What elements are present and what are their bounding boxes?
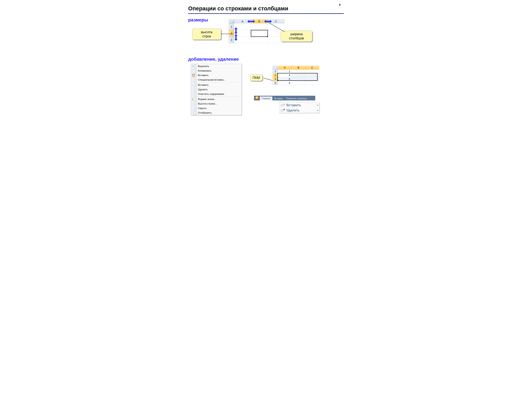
menu-item-delete[interactable]: Удалить (191, 87, 241, 92)
row-header-1[interactable]: 1 (229, 23, 234, 30)
row-header-3[interactable]: 3 (229, 37, 234, 43)
office-button-icon[interactable] (255, 96, 259, 100)
menu-item-cut[interactable]: Вырезать (191, 64, 241, 69)
menu-separator (197, 82, 241, 82)
col-resize-arrow-icon (264, 20, 272, 23)
cells-group: Вставить ▾ Удалить ▾ (279, 102, 319, 113)
selectall-corner[interactable] (229, 19, 234, 23)
cell[interactable] (251, 37, 268, 43)
callout-line: строк (202, 34, 211, 38)
cell[interactable] (292, 70, 305, 73)
selectall-corner[interactable] (273, 66, 278, 70)
excel-grid-selection: A B C 1 1 2 4 3 5 (273, 66, 319, 85)
cut-icon (192, 65, 195, 68)
row-header-3[interactable]: 3 (273, 77, 278, 81)
callout-col-width: ширина столбцов (281, 31, 312, 42)
insert-cells-icon (280, 103, 285, 107)
row-header-2[interactable]: 2 (273, 73, 278, 77)
cell[interactable] (292, 81, 305, 85)
dropdown-arrow-icon[interactable]: ▾ (317, 109, 318, 112)
ribbon-tab-layout[interactable]: Разметка страницы (285, 96, 309, 101)
row-header-4[interactable]: 4 (273, 81, 278, 85)
menu-item-paste[interactable]: Вставить (191, 73, 241, 77)
format-cells-icon (192, 98, 195, 100)
menu-item-copy[interactable]: Копировать (191, 69, 241, 73)
cell-A1[interactable]: 1 (278, 70, 292, 73)
ribbon-tabstrip: Главная Вставка Разметка страницы (254, 96, 315, 101)
ribbon-tab-home[interactable]: Главная (260, 96, 272, 101)
section-addremove: добавление, удаление (188, 57, 239, 62)
menu-separator (197, 96, 241, 97)
callout-line: столбцов (289, 36, 304, 40)
menu-item-format-cells[interactable]: Формат ячеек... (191, 97, 241, 101)
slide-number: 9 (339, 3, 341, 6)
callout-leader (264, 78, 273, 81)
menu-item-hide[interactable]: Скрыть (191, 106, 241, 111)
col-header-C[interactable]: C (305, 66, 319, 70)
context-menu: Вырезать Копировать Вставить Специальная… (191, 64, 242, 115)
col-header-B[interactable]: B (292, 66, 305, 70)
section-sizes: размеры (188, 17, 208, 22)
col-resize-arrow-icon (247, 20, 255, 23)
row-header-1[interactable]: 1 (273, 70, 278, 73)
cell[interactable] (305, 81, 319, 85)
cell[interactable] (251, 23, 268, 30)
callout-line: высота (201, 30, 212, 34)
row-header-2[interactable]: 2 (229, 30, 234, 37)
button-label: Вставить (286, 103, 301, 107)
col-header-A[interactable]: A (278, 66, 292, 70)
page-title: Операции со строками и столбцами (188, 5, 288, 12)
callout-row-height: высота строк (192, 29, 221, 40)
menu-item-row-height[interactable]: Высота строки... (191, 101, 241, 106)
selection-outline (278, 73, 318, 81)
cell-A4[interactable]: 6 (278, 81, 292, 85)
callout-rmb: ПКМ (250, 75, 263, 81)
delete-button[interactable]: Удалить ▾ (279, 108, 319, 113)
menu-item-paste-special[interactable]: Специальная вставка... (191, 77, 241, 82)
cell[interactable] (305, 70, 319, 73)
callout-line: ширина (290, 32, 303, 36)
menu-item-insert[interactable]: Вставить (191, 83, 241, 87)
copy-icon (192, 70, 194, 72)
dropdown-arrow-icon[interactable]: ▾ (317, 104, 318, 107)
menu-item-show[interactable]: Отобразить (191, 111, 241, 115)
ribbon-tab-insert[interactable]: Вставка (272, 96, 285, 101)
row-resize-arrow-icon (234, 34, 238, 41)
menu-item-clear[interactable]: Очистить содержимое (191, 92, 241, 96)
active-cell-outline (251, 30, 268, 37)
callout-leader (221, 34, 234, 34)
insert-button[interactable]: Вставить ▾ (279, 102, 319, 108)
delete-cells-icon (280, 108, 285, 112)
paste-icon (192, 74, 195, 77)
row-resize-arrow-icon (234, 27, 238, 34)
title-rule (188, 13, 344, 14)
button-label: Удалить (286, 108, 299, 112)
